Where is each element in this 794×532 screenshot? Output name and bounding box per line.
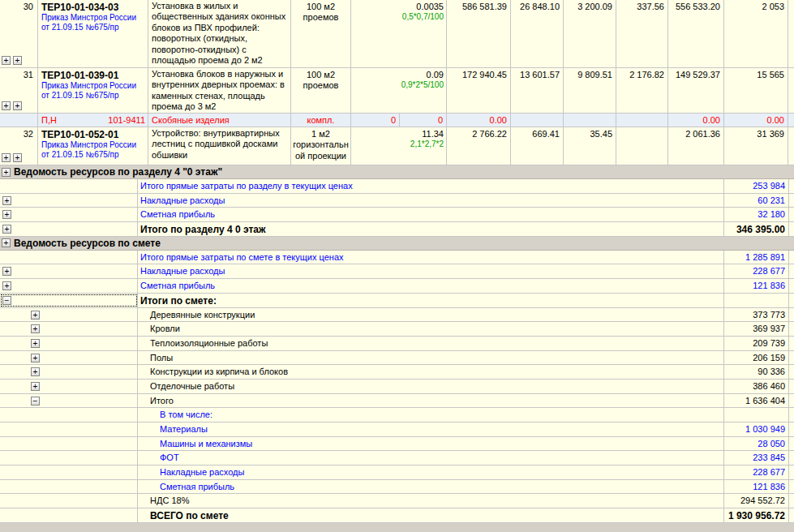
item-code-cell[interactable]: ТЕР10-01-052-01Приказ Минстроя Россииот … xyxy=(38,127,148,165)
summary-label-cell[interactable]: Итого прямые затраты по разделу в текущи… xyxy=(138,179,724,193)
summary-value-cell[interactable]: 294 552.72 xyxy=(724,494,789,508)
summary-tree-cell[interactable]: + xyxy=(0,365,138,379)
item-code-cell[interactable]: ТЕР10-01-034-03Приказ Минстроя Россииот … xyxy=(38,0,148,67)
summary-label-cell[interactable]: ФОТ xyxy=(138,451,724,465)
item-name-cell[interactable]: Установка блоков в наружных и внутренних… xyxy=(148,68,291,113)
summary-label-cell[interactable]: Итого xyxy=(138,394,724,408)
amount-cell[interactable] xyxy=(616,114,668,127)
summary-tree-cell[interactable] xyxy=(0,480,138,494)
amount-cell[interactable]: 337.56 xyxy=(616,0,668,67)
summary-tree-cell[interactable]: + xyxy=(0,322,138,336)
summary-value-cell[interactable]: 28 050 xyxy=(724,437,789,451)
amount-cell[interactable]: 0.00 xyxy=(668,114,724,127)
summary-tree-cell[interactable] xyxy=(0,508,138,522)
summary-tree-cell[interactable] xyxy=(0,494,138,508)
amount-cell[interactable] xyxy=(616,127,668,165)
item-quantity-cell[interactable]: 0.090,9*2*5/100 xyxy=(351,68,447,113)
summary-label-cell[interactable]: ВСЕГО по смете xyxy=(138,508,724,522)
amount-cell[interactable]: 149 529.37 xyxy=(668,68,724,113)
expand-icon[interactable]: + xyxy=(2,238,11,247)
amount-cell[interactable]: 586 581.39 xyxy=(447,0,511,67)
summary-tree-cell[interactable] xyxy=(0,466,138,479)
summary-tree-cell[interactable] xyxy=(0,179,138,193)
summary-label-cell[interactable]: Итоги по смете: xyxy=(138,294,724,307)
summary-label-cell[interactable]: Конструкции из кирпича и блоков xyxy=(138,365,724,379)
expand-icon[interactable]: + xyxy=(2,210,11,219)
summary-tree-cell[interactable]: + xyxy=(0,279,138,293)
amount-cell[interactable]: 0.00 xyxy=(447,114,511,127)
row-number-cell[interactable]: 32++ xyxy=(0,127,38,165)
summary-tree-cell[interactable]: + xyxy=(0,222,138,236)
summary-value-cell[interactable]: 1 285 891 xyxy=(724,251,789,264)
expand-icon[interactable]: + xyxy=(13,101,22,110)
collapse-icon[interactable]: − xyxy=(31,397,40,405)
summary-value-cell[interactable] xyxy=(724,294,789,307)
summary-tree-cell[interactable]: + xyxy=(0,264,138,278)
amount-cell[interactable]: 2 053 xyxy=(724,0,788,67)
resource-name-cell[interactable]: Скобяные изделия xyxy=(148,114,291,127)
summary-value-cell[interactable]: 386 460 xyxy=(724,380,789,393)
amount-cell[interactable]: 3 200.09 xyxy=(564,0,616,67)
summary-value-cell[interactable] xyxy=(724,408,789,422)
summary-value-cell[interactable]: 1 636 404 xyxy=(724,394,789,408)
summary-label-cell[interactable]: Материалы xyxy=(138,423,724,436)
item-name-cell[interactable]: Устройство: внутриквартирных лестниц с п… xyxy=(148,127,291,165)
summary-value-cell[interactable]: 233 845 xyxy=(724,451,789,465)
summary-label-cell[interactable]: Сметная прибыль xyxy=(138,279,724,293)
amount-cell[interactable]: 13 601.57 xyxy=(511,68,564,113)
summary-value-cell[interactable]: 228 677 xyxy=(724,264,789,278)
amount-cell[interactable]: 9 809.51 xyxy=(564,68,616,113)
summary-tree-cell[interactable]: − xyxy=(0,294,138,307)
item-unit-cell[interactable]: 100 м2 проемов xyxy=(291,68,351,113)
summary-value-cell[interactable]: 346 395.00 xyxy=(724,222,789,236)
section-header-row[interactable]: +Ведомость ресурсов по разделу 4 "0 этаж… xyxy=(0,165,794,179)
item-unit-cell[interactable]: 1 м2 горизонтальной проекции xyxy=(291,127,351,165)
summary-label-cell[interactable]: В том числе: xyxy=(138,408,724,422)
summary-label-cell[interactable]: Машины и механизмы xyxy=(138,437,724,451)
expand-icon[interactable]: + xyxy=(31,367,40,376)
resource-qty-per-unit-cell[interactable]: 0 xyxy=(351,114,400,127)
summary-tree-cell[interactable]: − xyxy=(0,394,138,408)
item-name-cell[interactable]: Установка в жилых и общественных зданиях… xyxy=(148,0,291,67)
summary-value-cell[interactable]: 373 773 xyxy=(724,308,789,322)
expand-icon[interactable]: + xyxy=(2,56,11,65)
expand-icon[interactable]: + xyxy=(2,168,11,177)
expand-icon[interactable]: + xyxy=(2,196,11,205)
expand-icon[interactable]: + xyxy=(31,311,40,320)
amount-cell[interactable]: 669.41 xyxy=(511,127,564,165)
summary-label-cell[interactable]: Накладные расходы xyxy=(138,264,724,278)
summary-label-cell[interactable]: Итого по разделу 4 0 этаж xyxy=(138,222,724,236)
expand-icon[interactable]: + xyxy=(31,324,40,333)
expand-icon[interactable]: + xyxy=(13,56,22,65)
summary-tree-cell[interactable]: + xyxy=(0,208,138,221)
amount-cell[interactable]: 26 848.10 xyxy=(511,0,564,67)
amount-cell[interactable]: 172 940.45 xyxy=(447,68,511,113)
expand-icon[interactable]: + xyxy=(2,101,11,110)
amount-cell[interactable] xyxy=(564,114,616,127)
summary-value-cell[interactable]: 1 030 949 xyxy=(724,423,789,436)
amount-cell[interactable]: 35.45 xyxy=(564,127,616,165)
amount-cell[interactable]: 15 565 xyxy=(724,68,788,113)
resource-code-cell[interactable]: П,Н101-9411 xyxy=(38,114,148,127)
summary-label-cell[interactable]: Сметная прибыль xyxy=(138,480,724,494)
summary-tree-cell[interactable] xyxy=(0,437,138,451)
summary-label-cell[interactable]: Деревянные конструкции xyxy=(138,308,724,322)
expand-icon[interactable]: + xyxy=(31,339,40,348)
summary-label-cell[interactable]: Накладные расходы xyxy=(138,466,724,479)
expand-icon[interactable]: + xyxy=(2,153,11,162)
amount-cell[interactable]: 2 176.82 xyxy=(616,68,668,113)
amount-cell[interactable]: 0.00 xyxy=(724,114,788,127)
summary-label-cell[interactable]: Отделочные работы xyxy=(138,380,724,393)
amount-cell[interactable]: 2 766.22 xyxy=(447,127,511,165)
summary-tree-cell[interactable] xyxy=(0,408,138,422)
summary-value-cell[interactable]: 369 937 xyxy=(724,322,789,336)
summary-label-cell[interactable]: Кровли xyxy=(138,322,724,336)
expand-icon[interactable]: + xyxy=(13,153,22,162)
amount-cell[interactable]: 556 533.20 xyxy=(668,0,724,67)
summary-tree-cell[interactable]: + xyxy=(0,380,138,393)
item-quantity-cell[interactable]: 0.00350,5*0,7/100 xyxy=(351,0,447,67)
expand-icon[interactable]: + xyxy=(2,225,11,234)
section-header-row[interactable]: +Ведомость ресурсов по смете xyxy=(0,237,794,251)
row-number-cell[interactable] xyxy=(0,114,38,127)
summary-tree-cell[interactable]: + xyxy=(0,194,138,208)
